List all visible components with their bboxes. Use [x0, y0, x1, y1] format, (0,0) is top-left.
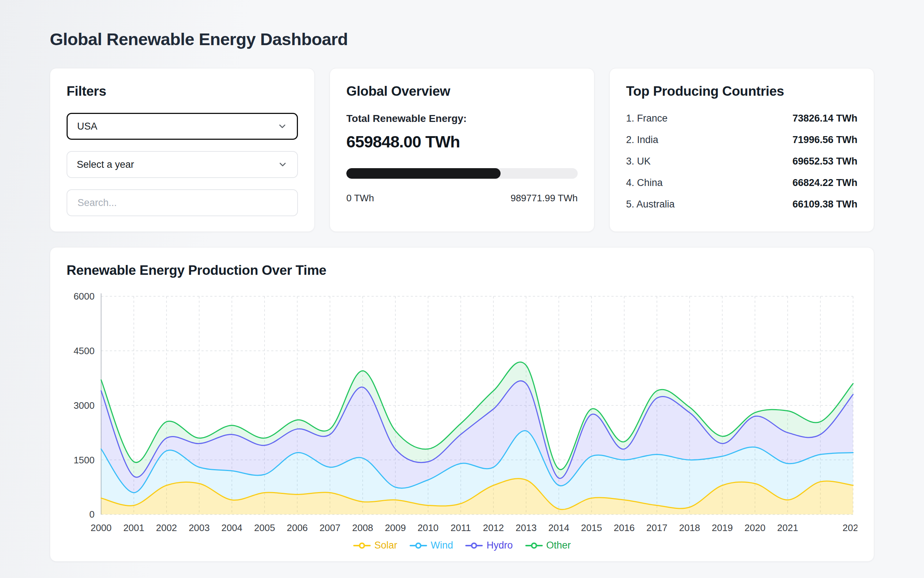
svg-text:6000: 6000 — [73, 291, 95, 302]
chart-legend: SolarWindHydroOther — [66, 540, 858, 551]
legend-item-solar[interactable]: Solar — [353, 540, 397, 551]
total-energy-value: 659848.00 TWh — [346, 133, 460, 151]
top-countries-card: Top Producing Countries 1. France 73826.… — [609, 68, 874, 232]
svg-text:2015: 2015 — [581, 522, 602, 533]
country-row: 3. UK 69652.53 TWh — [626, 156, 858, 167]
filters-heading: Filters — [66, 84, 298, 99]
svg-text:2010: 2010 — [417, 522, 439, 533]
energy-progress-fill — [346, 168, 500, 179]
svg-text:2014: 2014 — [548, 522, 569, 533]
progress-labels: 0 TWh 989771.99 TWh — [346, 193, 578, 204]
country-label: 2. India — [626, 134, 659, 146]
svg-text:2018: 2018 — [679, 522, 700, 533]
svg-text:1500: 1500 — [73, 455, 95, 466]
country-row: 4. China 66824.22 TWh — [626, 177, 858, 188]
svg-text:2023: 2023 — [843, 522, 858, 533]
legend-item-wind[interactable]: Wind — [409, 540, 453, 551]
country-value: 69652.53 TWh — [792, 156, 858, 167]
country-value: 66109.38 TWh — [792, 199, 858, 210]
svg-text:2020: 2020 — [744, 522, 765, 533]
progress-max-label: 989771.99 TWh — [510, 193, 578, 204]
svg-text:2003: 2003 — [189, 522, 210, 533]
country-label: 1. France — [626, 113, 668, 124]
country-value: 66824.22 TWh — [792, 177, 858, 188]
svg-text:3000: 3000 — [73, 400, 95, 411]
total-energy-line: Total Renewable Energy: 659848.00 TWh — [346, 113, 578, 151]
country-label: 5. Australia — [626, 199, 675, 210]
svg-text:2006: 2006 — [286, 522, 308, 533]
svg-text:2021: 2021 — [777, 522, 798, 533]
country-select-value: USA — [77, 121, 97, 132]
svg-text:2007: 2007 — [319, 522, 340, 533]
filters-card: Filters USA Select a year — [50, 68, 315, 232]
energy-production-chart[interactable]: 0150030004500600020002001200220032004200… — [66, 291, 858, 536]
country-value: 71996.56 TWh — [792, 134, 858, 146]
svg-text:2016: 2016 — [614, 522, 635, 533]
svg-text:2002: 2002 — [156, 522, 177, 533]
other-legend-marker-icon — [525, 541, 543, 550]
country-label: 4. China — [626, 177, 663, 188]
svg-text:2011: 2011 — [451, 522, 471, 533]
chart-title: Renewable Energy Production Over Time — [66, 263, 858, 278]
country-value: 73826.14 TWh — [792, 113, 858, 124]
country-row: 2. India 71996.56 TWh — [626, 134, 858, 146]
top-countries-heading: Top Producing Countries — [626, 84, 858, 99]
search-input[interactable] — [66, 189, 298, 216]
dashboard-page: Global Renewable Energy Dashboard Filter… — [0, 0, 924, 570]
wind-legend-marker-icon — [409, 541, 427, 550]
legend-label: Hydro — [486, 540, 513, 551]
svg-text:2012: 2012 — [483, 522, 504, 533]
country-label: 3. UK — [626, 156, 651, 167]
svg-text:2001: 2001 — [123, 522, 144, 533]
legend-label: Other — [546, 540, 571, 551]
global-overview-card: Global Overview Total Renewable Energy: … — [330, 68, 594, 232]
svg-text:2005: 2005 — [254, 522, 275, 533]
svg-text:2004: 2004 — [222, 522, 243, 533]
legend-item-hydro[interactable]: Hydro — [465, 540, 513, 551]
country-row: 1. France 73826.14 TWh — [626, 113, 858, 124]
chart-card: Renewable Energy Production Over Time 01… — [50, 247, 874, 562]
global-overview-heading: Global Overview — [346, 84, 578, 99]
country-select[interactable]: USA — [66, 113, 298, 140]
total-energy-label: Total Renewable Energy: — [346, 113, 467, 125]
svg-text:0: 0 — [89, 509, 94, 520]
solar-legend-marker-icon — [353, 541, 371, 550]
chevron-down-icon — [277, 121, 287, 132]
legend-label: Solar — [374, 540, 397, 551]
svg-text:2009: 2009 — [385, 522, 406, 533]
svg-text:2019: 2019 — [712, 522, 733, 533]
svg-text:2017: 2017 — [646, 522, 668, 533]
year-select-value: Select a year — [77, 159, 134, 170]
energy-progress-bar — [346, 168, 578, 179]
svg-text:2000: 2000 — [91, 522, 112, 533]
year-select[interactable]: Select a year — [66, 151, 298, 178]
hydro-legend-marker-icon — [465, 541, 483, 550]
chevron-down-icon — [278, 159, 288, 170]
legend-item-other[interactable]: Other — [525, 540, 571, 551]
svg-text:4500: 4500 — [73, 346, 95, 356]
summary-cards-row: Filters USA Select a year Global Overvie… — [50, 68, 874, 232]
legend-label: Wind — [431, 540, 453, 551]
progress-min-label: 0 TWh — [346, 193, 374, 204]
country-row: 5. Australia 66109.38 TWh — [626, 199, 858, 210]
page-title: Global Renewable Energy Dashboard — [50, 29, 874, 49]
svg-text:2008: 2008 — [352, 522, 373, 533]
svg-text:2013: 2013 — [515, 522, 537, 533]
